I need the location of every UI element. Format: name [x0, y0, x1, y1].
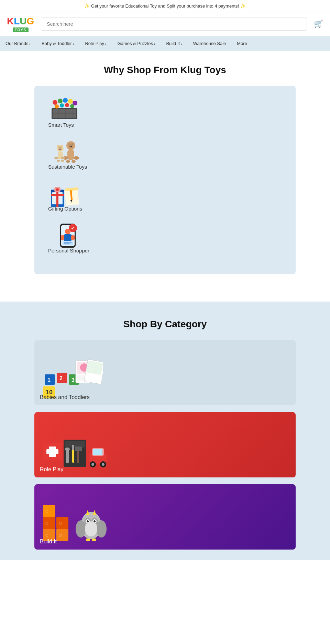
svg-point-37 — [54, 157, 58, 159]
svg-rect-82 — [65, 441, 85, 448]
svg-rect-98 — [43, 505, 55, 517]
category-card-buildit[interactable]: ⬡ ⬡ ⬡ ⬡ ⬡ — [34, 484, 296, 550]
svg-point-31 — [58, 146, 60, 148]
nav-dropdown-icon-4: ↓ — [180, 42, 182, 45]
shop-category-section: Shop By Category 1 2 3 — [0, 302, 330, 560]
svg-point-117 — [85, 521, 97, 536]
feature-gifting: Gifting Options — [48, 180, 282, 212]
svg-point-35 — [60, 149, 61, 149]
svg-point-25 — [74, 156, 79, 160]
feature-sustainable-toys: Sustainable Toys — [48, 138, 282, 170]
svg-point-5 — [68, 99, 73, 104]
svg-point-32 — [60, 146, 62, 148]
category-card-roleplay[interactable]: Role Play — [34, 412, 296, 477]
svg-text:⬡: ⬡ — [45, 533, 48, 537]
svg-rect-88 — [75, 447, 82, 451]
svg-rect-85 — [72, 448, 74, 463]
svg-text:1: 1 — [47, 377, 51, 383]
svg-point-40 — [61, 160, 64, 162]
svg-point-112 — [94, 520, 96, 522]
top-banner: ✨ Get your favorite Educational Toy and … — [0, 0, 330, 12]
svg-text:⬡: ⬡ — [45, 521, 48, 525]
svg-rect-46 — [56, 190, 58, 207]
svg-point-10 — [70, 104, 74, 108]
nav-dropdown-icon-3: ↓ — [154, 42, 155, 45]
svg-text:⬡: ⬡ — [59, 521, 62, 525]
svg-text:⬡: ⬡ — [59, 533, 62, 537]
svg-point-33 — [58, 148, 62, 150]
svg-text:3: 3 — [72, 377, 75, 383]
nav-item-baby-toddler[interactable]: Baby & Toddler ↓ — [36, 36, 79, 51]
main-nav: Our Brands ↓ Baby & Toddler ↓ Role Play … — [0, 36, 330, 51]
svg-point-20 — [69, 146, 73, 148]
svg-text:2: 2 — [59, 375, 63, 381]
svg-point-7 — [55, 104, 59, 109]
svg-rect-95 — [93, 449, 102, 455]
search-container — [41, 18, 307, 31]
svg-rect-47 — [51, 194, 64, 196]
personal-shopper-icon: ✓ — [48, 222, 79, 248]
svg-point-84 — [65, 448, 70, 451]
smart-toys-icon — [48, 96, 79, 122]
gifting-icon — [48, 180, 79, 206]
logo-letter-k: K — [7, 16, 14, 26]
shop-category-title: Shop By Category — [7, 319, 323, 330]
svg-point-8 — [60, 103, 64, 108]
svg-rect-61 — [63, 241, 73, 245]
logo[interactable]: KLUG TOYS — [7, 16, 34, 32]
nav-dropdown-icon-1: ↓ — [73, 42, 74, 45]
svg-point-9 — [65, 103, 69, 107]
nav-dropdown-icon-2: ↓ — [105, 42, 107, 45]
logo-letter-u: U — [20, 16, 26, 26]
banner-text: ✨ Get your favorite Educational Toy and … — [84, 3, 246, 9]
sustainable-toys-icon — [48, 138, 79, 164]
svg-rect-97 — [43, 517, 55, 529]
cart-icon[interactable]: 🛒 — [314, 20, 323, 29]
svg-rect-59 — [61, 235, 64, 240]
svg-point-57 — [65, 229, 70, 234]
svg-rect-116 — [92, 539, 96, 541]
svg-point-18 — [68, 143, 71, 146]
search-input[interactable] — [41, 18, 307, 31]
logo-letter-l: L — [14, 16, 20, 26]
svg-rect-80 — [46, 449, 58, 454]
svg-text:✓: ✓ — [71, 225, 75, 231]
header: KLUG TOYS 🛒 — [0, 12, 330, 36]
nav-dropdown-icon-0: ↓ — [29, 42, 31, 45]
svg-point-22 — [71, 146, 72, 147]
svg-point-19 — [71, 143, 74, 146]
nav-item-more[interactable]: More — [231, 36, 253, 51]
category-label-roleplay: Role Play — [40, 466, 63, 473]
sustainable-toys-label: Sustainable Toys — [48, 164, 282, 170]
svg-point-50 — [56, 188, 59, 191]
svg-rect-86 — [72, 445, 74, 450]
svg-point-39 — [57, 160, 60, 162]
svg-text:⬡: ⬡ — [45, 509, 48, 513]
category-img-roleplay — [34, 412, 296, 477]
svg-point-94 — [102, 463, 104, 466]
svg-point-113 — [76, 520, 86, 538]
svg-point-111 — [87, 520, 89, 522]
svg-point-3 — [58, 99, 63, 103]
why-shop-title: Why Shop From Klug Toys — [7, 65, 323, 76]
svg-rect-83 — [66, 449, 69, 463]
section-gap-1 — [0, 288, 330, 302]
svg-rect-58 — [64, 234, 72, 241]
svg-point-26 — [66, 160, 70, 163]
category-label-babies: Babies and Toddlers — [40, 394, 90, 400]
svg-rect-60 — [71, 235, 75, 240]
svg-point-114 — [96, 520, 107, 538]
nav-item-games-puzzles[interactable]: Games & Puzzles ↓ — [112, 36, 161, 51]
svg-point-38 — [61, 157, 65, 159]
feature-smart-toys: Smart Toys — [48, 96, 282, 128]
nav-item-role-play[interactable]: Role Play ↓ — [79, 36, 112, 51]
nav-item-warehouse-sale[interactable]: Warehouse Sale — [188, 36, 232, 51]
svg-rect-115 — [86, 539, 90, 541]
gifting-label: Gifting Options — [48, 206, 282, 212]
category-card-babies[interactable]: 1 2 3 10 Babies and Toddler — [34, 340, 296, 405]
nav-item-build-it[interactable]: Build It ↓ — [161, 36, 187, 51]
logo-letter-g: G — [27, 16, 34, 26]
personal-shopper-label: Personal Shopper — [48, 248, 282, 253]
why-shop-box: Smart Toys — [34, 86, 296, 274]
nav-item-our-brands[interactable]: Our Brands ↓ — [0, 36, 36, 51]
